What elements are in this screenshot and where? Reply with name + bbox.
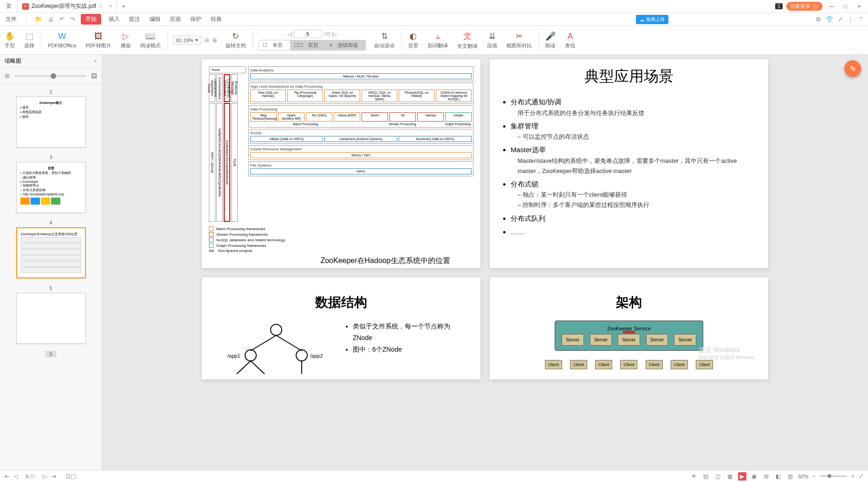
separator [41,31,41,50]
thumbnail-list: 2Zookeeper简介• 背景• 典型应用场景• 架构3背景• 开源的大数据系… [0,84,102,470]
word-translate[interactable]: ⟁划词翻译 [423,26,453,54]
pdf-to-office[interactable]: WPDF转Office [43,26,81,54]
prev-page-icon[interactable]: ◁ [287,31,292,38]
view2-icon[interactable]: ◫ [714,472,722,481]
page7-title: 架构 [497,294,761,311]
more-icon[interactable]: ⋮ [848,16,854,23]
zoom-out-icon[interactable]: ⊖ [204,37,209,44]
view1-icon[interactable]: ▤ [702,472,710,481]
read-mode[interactable]: 📖阅读模式 [136,26,165,54]
thumbnail-4[interactable]: 4ZooKeeper在Hadoop生态系统中的位置 [0,220,102,278]
select-tool[interactable]: ⬚选择 [19,26,39,54]
redo-icon[interactable]: ↷ [70,16,75,23]
minimize-button[interactable]: — [826,3,836,10]
open-icon[interactable]: 📁 [35,16,42,23]
settings-icon[interactable]: ⚙ [816,16,821,23]
close-icon[interactable]: × [109,3,112,10]
tool3-icon[interactable]: ◧ [774,472,783,481]
find-label: 查找 [565,42,575,49]
double-page-button[interactable]: ☐☐ 双页 [290,40,326,50]
zoom-out-status[interactable]: − [812,473,816,480]
zoom-input[interactable]: 82.19% ▾ [173,36,201,45]
thumbnail-size-slider[interactable] [14,75,86,77]
fit-page-icon[interactable]: ▢ [71,473,76,480]
ribbon: ✋手型 ⬚选择 WPDF转Office 🖼PDF转图片 ▷播放 📖阅读模式 82… [0,26,868,55]
upload-badge[interactable]: ☁ 拖拽上传 [636,15,668,24]
tab-insert[interactable]: 插入 [107,14,122,24]
separator [538,31,539,50]
fullscreen-icon[interactable]: ⤢ [858,473,863,480]
play-label: 播放 [121,42,131,49]
image-icon[interactable]: 🖼 [91,72,97,79]
close-window-button[interactable]: × [854,3,864,10]
document-tab[interactable]: P ZooKeeper原理与实战.pdf ▽ × [18,0,117,13]
pdf-to-image[interactable]: 🖼PDF转图片 [81,26,116,54]
prev-page-icon[interactable]: ◁ [13,473,18,480]
hand-tool[interactable]: ✋手型 [0,26,19,54]
status-page: 5/35 [22,474,39,479]
tab-convert[interactable]: 转换 [209,14,224,24]
login-button[interactable]: 访客登录 [786,2,823,11]
svg-line-7 [237,361,251,374]
thumbnail-3[interactable]: 3背景• 开源的大数据系统，类似于动物园 – 难以管理• ZooKeeper –… [0,154,102,213]
full-trans-label: 全文翻译 [457,43,478,50]
rotate-button[interactable]: ↻旋转文档 [221,26,251,54]
view3-icon[interactable]: ▦ [726,472,734,481]
grid-icon[interactable]: ⊞ [5,72,10,79]
play-status-icon[interactable]: ▶ [738,472,746,481]
skin-icon[interactable]: 👕 [826,16,833,23]
cloud-icon: ☁ [640,17,644,22]
find-button[interactable]: A查找 [560,26,580,54]
svg-line-8 [251,361,265,374]
print-icon[interactable]: 🖨 [48,16,54,23]
tool4-icon[interactable]: ▥ [786,472,795,481]
notification-badge[interactable]: 1 [775,3,783,9]
first-page-icon[interactable]: ⇤ [5,473,10,480]
document-name: ZooKeeper原理与实战.pdf [32,2,96,10]
tool2-icon[interactable]: ⊞ [762,472,771,481]
tab-protect[interactable]: 保护 [188,14,203,24]
eye-icon[interactable]: 👁 [690,472,698,481]
last-page-icon[interactable]: ⇥ [51,473,56,480]
screenshot-compare[interactable]: ✂截图和对比 [502,26,537,54]
page-viewport[interactable]: Tools Cloud Application DeploymentWhirr … [102,55,868,470]
play-button[interactable]: ▷播放 [116,26,136,54]
tab-edit[interactable]: 编辑 [148,14,162,24]
tab-page[interactable]: 页面 [168,14,183,24]
thumbnail-2[interactable]: 2Zookeeper简介• 背景• 典型应用场景• 架构 [0,89,102,148]
undo-icon[interactable]: ↶ [59,16,65,23]
expand-icon[interactable]: ⤢ [838,16,843,23]
upload-label: 拖拽上传 [646,16,665,23]
zoom-in-status[interactable]: + [851,473,855,480]
file-menu[interactable]: 文件 [4,14,19,24]
zoom-in-icon[interactable]: ⊕ [212,37,217,44]
single-page-button[interactable]: ☐ 单页 [259,40,290,50]
read-aloud-button[interactable]: 🎤朗读 [541,26,560,54]
tool1-icon[interactable]: ▣ [750,472,758,481]
next-page-icon[interactable]: ▷ [43,473,47,480]
tab-annotate[interactable]: 批注 [127,14,142,24]
rotate-label: 旋转文档 [226,42,246,49]
tab-dropdown-icon[interactable]: ▽ [99,4,102,9]
compress-label: 压缩 [487,42,497,49]
tools-header: Tools [209,66,246,73]
page-input[interactable] [294,30,322,38]
autoscroll-button[interactable]: ⇅自动滚动 [369,26,399,54]
continuous-button[interactable]: ≡ 连续阅读 [326,40,365,50]
background-button[interactable]: ◐背景 [403,26,423,54]
svg-point-3 [245,350,256,361]
tab-home[interactable]: 页 [0,0,18,13]
sidebar-header: 缩略图 × [0,55,102,68]
fit-width-icon[interactable]: ⊡ [65,473,71,480]
add-tab-button[interactable]: + [117,2,130,11]
full-translate[interactable]: 文全文翻译 [453,26,482,54]
collapse-icon[interactable]: ⌃ [858,16,863,23]
sidebar-close-icon[interactable]: × [94,58,97,64]
thumbnail-5[interactable]: 5 [0,285,102,344]
tab-start[interactable]: 开始 [81,14,101,25]
zoom-slider[interactable] [819,476,847,477]
maximize-button[interactable]: □ [840,3,850,10]
next-page-icon[interactable]: ▷ [332,31,337,38]
compress-button[interactable]: ⇊压缩 [482,26,502,54]
float-edit-button[interactable]: ✎ [844,60,861,77]
